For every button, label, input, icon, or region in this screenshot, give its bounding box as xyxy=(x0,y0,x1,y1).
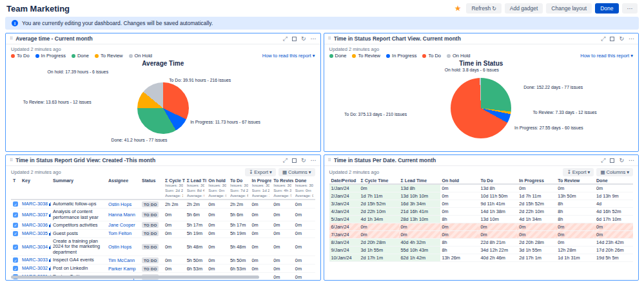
fullscreen-icon[interactable] xyxy=(610,158,614,163)
assignee-link[interactable]: Tim McCann xyxy=(108,257,135,263)
assignee-link[interactable]: Jane Cooper xyxy=(108,222,135,228)
col-header-time[interactable]: Σ Cycle Time Issues: 30 Sum: 2d 2h 2m Av… xyxy=(163,178,185,200)
more-icon[interactable]: ⋯ xyxy=(629,36,634,42)
pie-chart[interactable] xyxy=(137,82,189,134)
fullscreen-icon[interactable] xyxy=(610,37,614,41)
issue-key-link[interactable]: MARC-3035 xyxy=(22,230,48,236)
col-header-time[interactable]: Σ Lead Time Issues: 30 Sum: 8d 4h 16m Av… xyxy=(185,178,207,200)
columns-button[interactable]: ▦ Columns ▾ xyxy=(596,168,633,176)
col-header-time[interactable]: Done Issues: 30 Sum: 0m Average: 0m xyxy=(293,178,315,200)
col-header-done[interactable]: Done xyxy=(594,178,633,184)
col-header-assignee[interactable]: Assignee xyxy=(106,178,140,200)
col-header-type[interactable]: T xyxy=(11,178,20,200)
maximize-icon[interactable]: ⤢ xyxy=(283,158,288,163)
col-header-time[interactable]: To Do Issues: 30 Sum: 7d 22h 40m Average… xyxy=(228,178,250,200)
more-button[interactable]: ⋯ xyxy=(622,3,638,14)
export-button[interactable]: ↧ Export ▾ xyxy=(563,168,594,176)
done-cell: 0m xyxy=(293,273,315,281)
assignee-link[interactable]: Tom Felton xyxy=(108,230,132,236)
to-review-cell: 1d 1h 31m xyxy=(556,254,594,262)
fullscreen-icon[interactable] xyxy=(292,158,297,163)
legend-item[interactable]: To Do xyxy=(11,53,30,59)
assignee-link[interactable]: Hanna Mann xyxy=(108,212,135,218)
favorite-star-icon[interactable]: ★ xyxy=(454,4,462,13)
pie-chart[interactable] xyxy=(451,78,511,138)
done-button[interactable]: Done xyxy=(595,3,618,14)
add-gadget-button[interactable]: Add gadget xyxy=(505,3,543,14)
chart-link-icon[interactable] xyxy=(49,266,51,272)
legend-item[interactable]: To Do xyxy=(422,53,441,59)
issue-key-link[interactable]: MARC-3038 xyxy=(22,201,48,207)
assignee-link[interactable]: Ostin Hops xyxy=(108,201,132,207)
drag-handle-icon[interactable]: ⠿ xyxy=(10,158,13,163)
col-header-cycle-time[interactable]: Σ Cycle Time xyxy=(359,178,399,184)
col-header-status[interactable]: Status xyxy=(140,178,163,200)
legend-item[interactable]: Done xyxy=(329,53,347,59)
table-row: 8/Jan/24 2d 20h 28m 40d 4h 32m 8h 22d 8h… xyxy=(329,239,634,247)
in-progress-cell: 2d 15h 52m xyxy=(517,200,556,208)
lead-time-cell: 55d 10h 43m xyxy=(399,247,440,254)
maximize-icon[interactable]: ⤢ xyxy=(601,36,605,42)
legend-label: To Review xyxy=(358,53,380,59)
issue-key-link[interactable]: MARC-3033 xyxy=(22,257,48,263)
maximize-icon[interactable]: ⤢ xyxy=(601,158,605,163)
col-header-in-progress[interactable]: In Progress xyxy=(517,178,556,184)
maximize-icon[interactable]: ⤢ xyxy=(283,36,288,42)
legend-item[interactable]: In Progress xyxy=(386,53,416,59)
legend-item[interactable]: On Hold xyxy=(129,53,153,59)
drag-handle-icon[interactable]: ⠿ xyxy=(10,36,13,41)
to-do-cell: 34d 12h 22m xyxy=(478,247,517,254)
chart-link-icon[interactable] xyxy=(49,201,51,207)
summary-cell: Inspect GA4 events xyxy=(51,256,106,265)
more-icon[interactable]: ⋯ xyxy=(311,36,317,42)
legend-item[interactable]: To Review xyxy=(352,53,380,59)
fullscreen-icon[interactable] xyxy=(292,37,297,41)
col-header-to-do[interactable]: To Do xyxy=(478,178,517,184)
refresh-icon[interactable]: ↻ xyxy=(619,36,624,42)
to-do-cell: 13d 10m xyxy=(478,216,517,223)
lead-time-cell: 13d 10h 10m xyxy=(399,192,440,200)
lead-time-cell: 6h 53m xyxy=(185,265,207,273)
how-to-read-link[interactable]: How to read this report ▾ xyxy=(580,53,633,59)
export-button[interactable]: ↧ Export ▾ xyxy=(245,168,276,176)
to-do-cell: 0m xyxy=(478,231,517,239)
col-header-on-hold[interactable]: On hold xyxy=(440,178,479,184)
col-header-time[interactable]: To Review Issues: 30 Sum: 4h 38m Average… xyxy=(271,178,293,200)
col-header-summary[interactable]: Summary xyxy=(51,178,106,200)
refresh-icon[interactable]: ↻ xyxy=(301,158,306,163)
col-header-key[interactable]: Key xyxy=(20,178,51,200)
issue-key-link[interactable]: MARC-3037 xyxy=(22,212,48,218)
issue-key-link[interactable]: MARC-3036 xyxy=(22,222,48,228)
change-layout-button[interactable]: Change layout xyxy=(546,3,592,14)
refresh-icon[interactable]: ↻ xyxy=(301,36,306,42)
more-icon[interactable]: ⋯ xyxy=(311,158,317,163)
legend-item[interactable]: On Hold xyxy=(447,53,471,59)
col-header-date[interactable]: Date/Period xyxy=(329,178,359,184)
horizontal-scrollbar[interactable] xyxy=(11,275,259,279)
in-progress-cell: 2d 22h 10m xyxy=(517,208,556,216)
legend-item[interactable]: Done xyxy=(72,53,89,59)
chart-link-icon[interactable] xyxy=(49,257,51,263)
drag-handle-icon[interactable]: ⠿ xyxy=(328,36,331,41)
chart-link-icon[interactable] xyxy=(49,245,51,250)
col-header-time[interactable]: In Progress Issues: 30 Sum: 1d 21h 18m A… xyxy=(250,178,272,200)
chart-link-icon[interactable] xyxy=(49,223,51,228)
issue-key-link[interactable]: MARC-3034 xyxy=(22,244,48,250)
chart-link-icon[interactable] xyxy=(49,231,51,237)
more-icon[interactable]: ⋯ xyxy=(629,158,634,163)
assignee-link[interactable]: Parker Kamp xyxy=(108,266,136,272)
issue-key-link[interactable]: MARC-3032 xyxy=(22,265,48,271)
col-header-lead-time[interactable]: Σ Lead Time xyxy=(399,178,440,184)
refresh-icon[interactable]: ↻ xyxy=(619,158,624,163)
chart-link-icon[interactable] xyxy=(49,212,51,218)
refresh-button[interactable]: Refresh↻ xyxy=(466,3,501,14)
how-to-read-link[interactable]: How to read this report ▾ xyxy=(262,53,315,59)
drag-handle-icon[interactable]: ⠿ xyxy=(328,158,331,163)
columns-button[interactable]: ▦ Columns ▾ xyxy=(278,168,315,176)
col-header-time[interactable]: On hold Issues: 30 Sum: 0m Average: 0m xyxy=(206,178,228,200)
legend-item[interactable]: In Progress xyxy=(35,53,66,59)
assignee-link[interactable]: Ostin Hops xyxy=(108,244,132,250)
status-cell: TO DO xyxy=(140,209,163,221)
legend-item[interactable]: To Review xyxy=(95,53,123,59)
col-header-to-review[interactable]: To Review xyxy=(556,178,594,184)
